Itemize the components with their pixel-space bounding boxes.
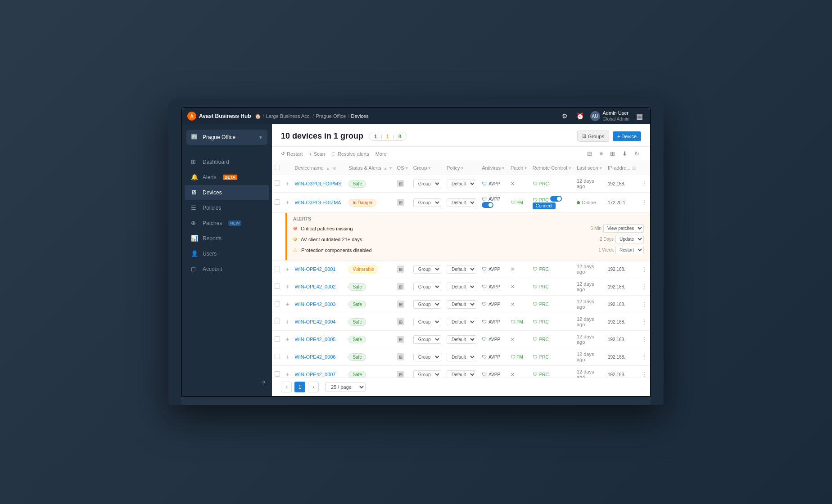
th-remote-control[interactable]: Remote Control ▾: [530, 161, 574, 175]
row-checkbox[interactable]: [275, 301, 280, 306]
policy-select[interactable]: Default: [447, 265, 476, 274]
resolve-alerts-button[interactable]: ◌ Resolve alerts: [331, 149, 369, 158]
row-expand-button[interactable]: +: [285, 301, 289, 308]
table-view-icon[interactable]: ⊟: [585, 149, 594, 158]
group-select[interactable]: Group: [413, 353, 441, 361]
av-toggle[interactable]: [482, 202, 493, 208]
policy-select[interactable]: Default: [447, 283, 476, 291]
device-name-filter-icon[interactable]: ⊘: [333, 166, 336, 171]
device-link[interactable]: WIN-O3POLFGIZMA: [294, 200, 341, 205]
sidebar-item-account[interactable]: ◻ Account: [185, 261, 269, 276]
policy-select[interactable]: Default: [447, 353, 476, 361]
row-checkbox[interactable]: [275, 180, 280, 186]
page-size-select[interactable]: 25 / page 50 / page 100 / page: [325, 382, 366, 392]
breadcrumb-large-biz[interactable]: Large Business Acc.: [266, 113, 311, 119]
row-checkbox[interactable]: [275, 266, 280, 271]
row-expand-button[interactable]: +: [285, 266, 289, 273]
row-checkbox[interactable]: [275, 371, 280, 377]
alert-action-select[interactable]: Restart: [615, 246, 644, 254]
lastseen-filter-icon[interactable]: ▾: [600, 166, 602, 171]
device-link[interactable]: WIN-OPE42_0003: [294, 302, 335, 307]
sidebar-item-reports[interactable]: 📊 Reports: [185, 231, 269, 246]
row-more-icon[interactable]: ⋮: [641, 318, 647, 325]
row-checkbox[interactable]: [275, 284, 280, 289]
group-select[interactable]: Group: [413, 318, 441, 326]
sidebar-item-users[interactable]: 👤 Users: [185, 246, 269, 261]
density-icon[interactable]: ⊞: [608, 149, 617, 158]
group-select[interactable]: Group: [413, 198, 441, 207]
sidebar-item-policies[interactable]: ☰ Policies: [185, 200, 269, 215]
policy-filter-icon[interactable]: ▾: [461, 166, 463, 171]
collapse-sidebar-button[interactable]: «: [262, 378, 266, 385]
os-filter-icon[interactable]: ▾: [406, 166, 408, 171]
row-expand-button[interactable]: +: [285, 180, 289, 187]
th-antivirus[interactable]: Antivirus ▾: [479, 161, 508, 175]
sidebar-item-devices[interactable]: 🖥 Devices: [185, 185, 269, 200]
group-select[interactable]: Group: [413, 335, 441, 344]
select-all-checkbox[interactable]: [275, 165, 280, 170]
th-device-name[interactable]: Device name ▲ ⊘: [292, 161, 346, 175]
th-last-seen[interactable]: Last seen ▾: [574, 161, 605, 175]
row-checkbox[interactable]: [275, 336, 280, 342]
row-more-icon[interactable]: ⋮: [641, 301, 647, 308]
group-select[interactable]: Group: [413, 265, 441, 274]
connect-button[interactable]: Connect: [533, 202, 556, 209]
next-page-button[interactable]: ›: [308, 382, 319, 392]
policy-select[interactable]: Default: [447, 300, 476, 309]
device-link[interactable]: WIN-OPE42_0001: [294, 266, 335, 272]
th-policy[interactable]: Policy ▾: [444, 161, 479, 175]
group-filter-icon[interactable]: ▾: [428, 166, 430, 171]
groups-button[interactable]: ⊞ Groups: [577, 130, 609, 142]
breadcrumb-prague[interactable]: Prague Office: [316, 113, 346, 119]
device-link[interactable]: WIN-OPE42_0004: [294, 319, 335, 324]
sidebar-item-patches[interactable]: ⊕ Patches NEW: [185, 216, 269, 230]
row-more-icon[interactable]: ⋮: [641, 353, 647, 360]
workspace-selector[interactable]: 🏢 Prague Office ▼: [186, 130, 267, 145]
sidebar-item-alerts[interactable]: 🔔 Alerts BETA: [185, 170, 269, 184]
policy-select[interactable]: Default: [447, 370, 476, 378]
device-link[interactable]: WIN-O3POLFGIPMS: [294, 181, 341, 186]
ip-more-icon[interactable]: ⊞: [632, 166, 636, 171]
device-link[interactable]: WIN-OPE42_0002: [294, 284, 335, 289]
sidebar-item-dashboard[interactable]: ⊞ Dashboard: [185, 154, 269, 169]
restart-button[interactable]: ↺ Restart: [281, 149, 303, 158]
rc-filter-icon[interactable]: ▾: [569, 166, 571, 171]
refresh-icon[interactable]: ↻: [633, 149, 641, 158]
group-select[interactable]: Group: [413, 180, 441, 188]
th-ip[interactable]: IP addre... ⊞: [605, 161, 638, 175]
patch-filter-icon[interactable]: ▾: [525, 166, 527, 171]
row-expand-button[interactable]: +: [285, 318, 289, 325]
th-os[interactable]: OS ▾: [394, 161, 411, 175]
row-more-icon[interactable]: ⋮: [641, 180, 647, 187]
device-link[interactable]: WIN-OPE42_0006: [294, 354, 335, 360]
row-expand-button[interactable]: +: [285, 199, 289, 206]
prev-page-button[interactable]: ‹: [281, 382, 292, 392]
policy-select[interactable]: Default: [447, 198, 476, 207]
status-filter-icon[interactable]: ▾: [389, 166, 392, 171]
av-filter-icon[interactable]: ▾: [502, 166, 504, 171]
row-checkbox[interactable]: [275, 319, 280, 324]
th-patch[interactable]: Patch ▾: [508, 161, 530, 175]
more-button[interactable]: More: [375, 150, 387, 158]
download-icon[interactable]: ⬇: [620, 149, 629, 158]
row-expand-button[interactable]: +: [285, 371, 289, 378]
group-select[interactable]: Group: [413, 300, 441, 309]
settings-icon[interactable]: ⚙: [560, 111, 570, 122]
add-device-button[interactable]: + Device: [613, 131, 641, 141]
group-select[interactable]: Group: [413, 370, 441, 378]
row-more-icon[interactable]: ⋮: [641, 199, 647, 206]
notification-icon[interactable]: ⏰: [575, 111, 586, 122]
row-checkbox[interactable]: [275, 354, 280, 359]
row-more-icon[interactable]: ⋮: [641, 371, 647, 378]
policy-select[interactable]: Default: [447, 318, 476, 326]
alert-action-select[interactable]: Update: [615, 235, 644, 243]
qr-icon[interactable]: ▦: [634, 111, 645, 122]
page-1-button[interactable]: 1: [294, 382, 305, 392]
alert-action-select[interactable]: View patches: [603, 224, 644, 233]
row-expand-button[interactable]: +: [285, 353, 289, 360]
th-status[interactable]: Status & Alerts ▲ ▾: [346, 161, 394, 175]
column-view-icon[interactable]: ≡: [597, 149, 605, 158]
row-more-icon[interactable]: ⋮: [641, 336, 647, 343]
row-checkbox[interactable]: [275, 199, 280, 205]
policy-select[interactable]: Default: [447, 180, 476, 188]
